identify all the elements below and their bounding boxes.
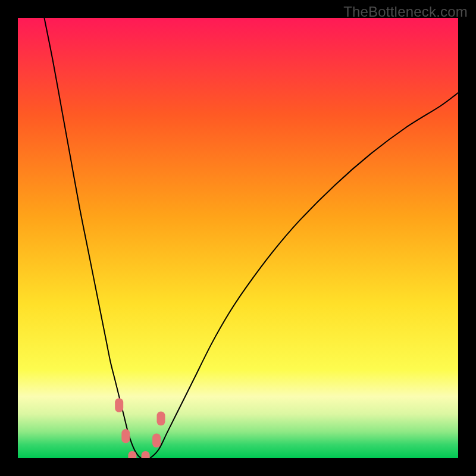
bottleneck-curve [44,18,458,458]
left-dot-2 [121,429,130,443]
watermark-text: TheBottleneck.com [343,4,468,20]
left-dot-1 [115,398,123,412]
chart-frame: TheBottleneck.com [0,0,476,476]
bottom-dot-2 [142,451,150,458]
plot-area [18,18,458,458]
right-dot-2 [157,412,165,426]
curve-layer [18,18,458,458]
right-dot-1 [152,434,161,448]
